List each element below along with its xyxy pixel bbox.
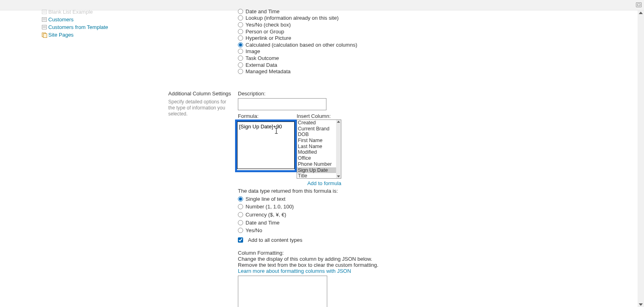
return-option[interactable]: Currency ($, ¥, €) xyxy=(238,211,463,218)
return-option[interactable]: Yes/No xyxy=(238,227,463,234)
nav-label: Customers xyxy=(48,16,74,23)
column-type-group: Date and Time Lookup (information alread… xyxy=(238,8,463,75)
insert-option[interactable]: First Name xyxy=(297,138,341,144)
nav-label: Customers from Template xyxy=(48,24,108,30)
formatting-help-2: Remove the text from the box to clear th… xyxy=(238,262,463,268)
pages-icon xyxy=(42,33,47,37)
return-type-label: The data type returned from this formula… xyxy=(238,188,463,194)
content-types-block: Add to all content types xyxy=(238,237,463,243)
insert-option[interactable]: Office xyxy=(297,155,341,161)
nav-item-customers[interactable]: Customers xyxy=(42,16,147,23)
type-option[interactable]: Yes/No (check box) xyxy=(238,21,463,28)
insert-option[interactable]: Phone Number xyxy=(297,161,341,167)
nav-label: Site Pages xyxy=(48,32,74,38)
nav-item-customers-template[interactable]: Customers from Template xyxy=(42,23,147,31)
nav-item-blank-list[interactable]: Blank List Example xyxy=(42,8,147,16)
formula-label: Formula: xyxy=(238,113,258,119)
page-scrollbar[interactable] xyxy=(638,10,644,307)
add-to-formula-link[interactable]: Add to formula xyxy=(297,180,341,186)
description-block: Description: xyxy=(238,91,463,111)
insert-option[interactable]: Title xyxy=(297,173,341,179)
return-option[interactable]: Number (1, 1.0, 100) xyxy=(238,204,463,210)
listbox-scrollbar[interactable] xyxy=(336,120,341,178)
section-header: Additional Column Settings Specify detai… xyxy=(168,91,233,117)
formula-highlight-box xyxy=(235,120,297,172)
list-icon xyxy=(42,17,47,22)
quick-launch-nav: Blank List Example Customers Customers f… xyxy=(42,8,147,39)
return-type-block: The data type returned from this formula… xyxy=(238,188,463,234)
type-option[interactable]: Task Outcome xyxy=(238,55,463,62)
insert-option[interactable]: Sign Up Date xyxy=(297,167,341,173)
description-input[interactable] xyxy=(238,98,326,110)
type-option[interactable]: Calculated (calculation based on other c… xyxy=(238,41,463,48)
return-option[interactable]: Single line of text xyxy=(238,196,463,202)
formatting-json-input[interactable] xyxy=(238,276,327,307)
insert-option[interactable]: Current Brand xyxy=(297,126,341,132)
section-title: Additional Column Settings xyxy=(168,91,233,97)
insert-option[interactable]: DOB xyxy=(297,132,341,138)
list-icon xyxy=(42,25,47,29)
type-option[interactable]: Hyperlink or Picture xyxy=(238,35,463,41)
add-content-types-checkbox[interactable]: Add to all content types xyxy=(238,237,463,243)
section-help: Specify detailed options for the type of… xyxy=(168,99,233,117)
formula-input[interactable] xyxy=(237,122,295,169)
insert-option[interactable]: Modified xyxy=(297,149,341,155)
formatting-learn-more-link[interactable]: Learn more about formatting columns with… xyxy=(238,268,463,274)
description-label: Description: xyxy=(238,91,463,97)
focus-mode-icon[interactable] xyxy=(636,2,642,7)
type-option[interactable]: Person or Group xyxy=(238,28,463,35)
insert-column-listbox[interactable]: Created Current Brand DOB First Name Las… xyxy=(297,120,341,179)
nav-item-site-pages[interactable]: Site Pages xyxy=(42,31,147,39)
nav-label: Blank List Example xyxy=(48,9,93,15)
column-formatting-block: Column Formatting: Change the display of… xyxy=(238,250,463,307)
type-option[interactable]: Image xyxy=(238,48,463,55)
formatting-help-1: Change the display of this column by add… xyxy=(238,256,463,262)
return-option[interactable]: Date and Time xyxy=(238,219,463,226)
insert-option[interactable]: Created xyxy=(297,120,341,126)
formatting-title: Column Formatting: xyxy=(238,250,463,256)
insert-column-label: Insert Column: xyxy=(297,113,331,119)
type-option[interactable]: External Data xyxy=(238,62,463,68)
insert-option[interactable]: Last Name xyxy=(297,144,341,150)
type-option[interactable]: Managed Metadata xyxy=(238,68,463,75)
type-option[interactable]: Lookup (information already on this site… xyxy=(238,15,463,22)
list-icon xyxy=(42,10,47,14)
type-option[interactable]: Date and Time xyxy=(238,8,463,15)
